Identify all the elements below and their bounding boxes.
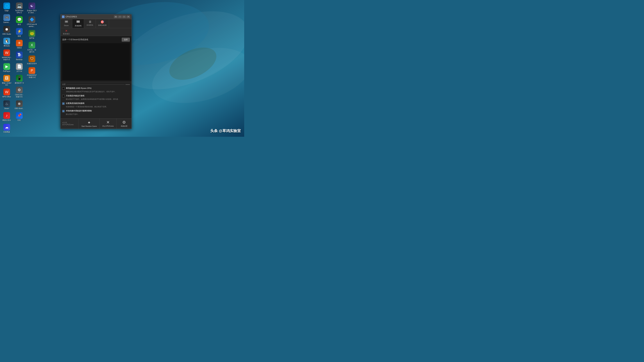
icon-steam[interactable]: ♨ Steam bbox=[1, 99, 12, 110]
games-label: Games... bbox=[3, 21, 10, 23]
setting-isolate: 对你的操作系统进行隔离和限制 默认情况下选中。 bbox=[62, 110, 130, 115]
doc-icon: 📄 bbox=[16, 63, 23, 70]
setting-specific-cores: 只在指定内核运行游戏 默认情况下不选中。如果要启动单线程或CPU使用最小的游戏，… bbox=[62, 94, 130, 100]
setting-high-priority-text: 以更高优先级启动游戏 给游戏指定一个更高的处理器优先级。默认情况下启用。 bbox=[66, 102, 130, 108]
settings-label: 设置 bbox=[62, 83, 66, 86]
icon-frog[interactable]: 🐸 葫芦娃 bbox=[26, 29, 38, 40]
stop-icon: ✕ bbox=[106, 120, 110, 125]
window-minimize-btn[interactable]: ─ bbox=[118, 15, 122, 18]
icon-bandzip[interactable]: 🗜 Bandizip bbox=[14, 51, 25, 61]
settings-header: 设置 ═══ bbox=[62, 83, 130, 86]
tab-more[interactable]: ✕ 更多激活 bbox=[60, 28, 72, 36]
wechat-label: 微信 bbox=[18, 23, 21, 25]
icon-client[interactable]: ⚙ Client.exe - 快捷方式 bbox=[14, 86, 25, 99]
icon-qq[interactable]: 🐧 腾讯QQ bbox=[1, 37, 12, 48]
fire-label: 火绒安全软件 bbox=[27, 63, 37, 65]
game-list-area bbox=[62, 43, 130, 80]
help-icon: 📱 bbox=[16, 75, 23, 82]
tab-bar-row1: Steam 其他游戏 🖥 自动优化 🎯 游戏头检测 bbox=[60, 19, 132, 28]
tupian-icon: 🖼 bbox=[3, 75, 10, 82]
setting-high-priority-title: 以更高优先级启动游戏 bbox=[66, 102, 130, 105]
settings-divider-icon: ═══ bbox=[126, 83, 130, 86]
tab-optimize[interactable]: 🖥 自动优化 bbox=[84, 19, 96, 28]
icon-eclipse[interactable]: ☯ Eclipse IDE for Java ... bbox=[26, 2, 38, 14]
client-label: Client.exe - 快捷方式 bbox=[14, 94, 24, 98]
tab-bar-row2: ✕ 更多激活 bbox=[60, 28, 132, 36]
version-text: v1.9.9 bbox=[62, 122, 77, 123]
svg-rect-8 bbox=[65, 21, 68, 22]
qq-label: 腾讯QQ bbox=[4, 45, 10, 47]
icon-obss[interactable]: ⏺ OBS-Studi... bbox=[14, 99, 25, 110]
icon-wechat[interactable]: 💬 微信 bbox=[14, 15, 25, 26]
icon-help[interactable]: 📱 爱思助手7.0 bbox=[14, 74, 25, 85]
desktop: 🌐 Edge 🎮 Games... ⏺ OBS Studio 🐧 腾讯QQ W … bbox=[0, 0, 244, 137]
icon-nail[interactable]: 📌 钉钉 bbox=[14, 111, 25, 122]
icon-excel[interactable]: X EXCEL - 快捷方式 bbox=[26, 41, 38, 54]
wpsoffice-icon: W bbox=[3, 89, 10, 95]
frog-label: 葫芦娃 bbox=[29, 37, 34, 39]
setting-isolate-title: 对你的操作系统进行隔离和限制 bbox=[66, 110, 130, 112]
icon-cpucores[interactable]: 🔷 CPUCores Maximiz... bbox=[26, 15, 38, 28]
window-restore-btn[interactable]: ⧉ bbox=[114, 15, 118, 18]
obss-label: OBS-Studi... bbox=[14, 108, 24, 110]
cpucores-icon: 🔷 bbox=[28, 16, 35, 23]
bandzip-label: Bandizip bbox=[16, 59, 22, 61]
tab-steam[interactable]: Steam bbox=[60, 19, 72, 28]
checkbox-high-priority[interactable] bbox=[62, 102, 64, 105]
setting-high-priority-desc: 给游戏指定一个更高的处理器优先级。默认情况下启用。 bbox=[66, 106, 108, 108]
icon-express[interactable]: ⚡ 迅雷 bbox=[14, 27, 25, 38]
netease-label: 网易云音乐 bbox=[2, 119, 11, 121]
start-random-btn[interactable]: ✦ Start Random Game bbox=[78, 119, 100, 129]
version-info: v1.9.9 关于CPUCores bbox=[60, 119, 78, 129]
icon-tpc[interactable]: 💻 TechPower GPU-Z bbox=[14, 2, 25, 14]
setting-disable-ht-text: 禁用超线程 (AMD Ryzen CPU) 强制游戏以规分配的CPU内核以及无H… bbox=[66, 87, 130, 93]
window-maximize-btn[interactable]: □ bbox=[122, 15, 126, 18]
icon-obs[interactable]: ⏺ OBS Studio bbox=[1, 25, 12, 36]
checkbox-disable-ht[interactable] bbox=[62, 87, 64, 90]
window-close-btn[interactable]: ✕ bbox=[126, 15, 130, 18]
wps-label: WINWORD - 快捷方式 bbox=[2, 57, 12, 61]
checkbox-isolate[interactable] bbox=[62, 110, 64, 112]
tab-other[interactable]: 其他游戏 bbox=[72, 19, 84, 28]
wps-icon: W bbox=[3, 49, 10, 56]
app-icon: C bbox=[62, 15, 64, 18]
tab-more-label: 更多激活 bbox=[63, 33, 70, 35]
stop-cpucores-btn[interactable]: ✕ 停止CPUCores bbox=[100, 119, 116, 129]
icon-wpsoffice[interactable]: W WPS Office bbox=[1, 88, 12, 99]
icon-ppt[interactable]: P POWERPNT - 快捷方式 bbox=[26, 66, 38, 79]
nail-label: 钉钉 bbox=[18, 119, 21, 121]
icon-baidu[interactable]: ☁ 百度网盘 bbox=[1, 123, 12, 134]
select-label: 选择一个非Steam应用或游戏 bbox=[62, 38, 88, 41]
setting-isolate-desc: 默认情况下选中。 bbox=[66, 113, 79, 115]
tab-optimize-label: 自动优化 bbox=[86, 24, 93, 26]
icon-games[interactable]: 🎮 Games... bbox=[1, 13, 12, 24]
icon-edge[interactable]: 🌐 Edge bbox=[1, 2, 12, 12]
doc-label: 文字.txt bbox=[16, 70, 22, 72]
obs-icon: ⏺ bbox=[3, 26, 10, 33]
tab-other-label: 其他游戏 bbox=[75, 25, 82, 27]
setting-specific-cores-title: 只在指定内核运行游戏 bbox=[66, 94, 130, 97]
icon-doc[interactable]: 📄 文字.txt bbox=[14, 62, 25, 73]
icon-potplayer[interactable]: ▶ PotPlayer bbox=[1, 62, 12, 73]
start-random-label: Start Random Game bbox=[81, 125, 97, 127]
icon-xmind[interactable]: ✳ XMind bbox=[14, 39, 25, 50]
setting-specific-cores-text: 只在指定内核运行游戏 默认情况下不选中。如果要启动单线程或CPU使用最小的游戏，… bbox=[66, 94, 130, 100]
tab-detect[interactable]: 🎯 游戏头检测 bbox=[96, 19, 109, 28]
svg-text:C: C bbox=[63, 16, 64, 17]
icon-fire[interactable]: 🛡 火绒安全软件 bbox=[26, 55, 38, 65]
potplayer-icon: ▶ bbox=[3, 63, 10, 70]
bandzip-icon: 🗜 bbox=[16, 51, 23, 58]
advanced-settings-btn[interactable]: ⚙ 高级设置 bbox=[116, 119, 132, 129]
advanced-label: 高级设置 bbox=[121, 125, 128, 127]
checkbox-specific-cores[interactable] bbox=[62, 95, 64, 97]
tpc-icon: 💻 bbox=[16, 2, 23, 9]
title-controls: ⧉ ─ □ ✕ bbox=[114, 15, 130, 18]
icon-netease[interactable]: ♪ 网易云音乐 bbox=[1, 111, 12, 122]
icon-tupian[interactable]: 🖼 图贴工具箱2021 bbox=[1, 74, 12, 87]
select-button[interactable]: 选择 bbox=[122, 38, 130, 41]
wpsoffice-label: WPS Office bbox=[2, 96, 11, 98]
steam-icon: ♨ bbox=[3, 100, 10, 107]
express-label: 迅雷 bbox=[18, 35, 21, 37]
icon-wps[interactable]: W WINWORD - 快捷方式 bbox=[1, 49, 12, 61]
xmind-label: XMind bbox=[17, 47, 22, 49]
